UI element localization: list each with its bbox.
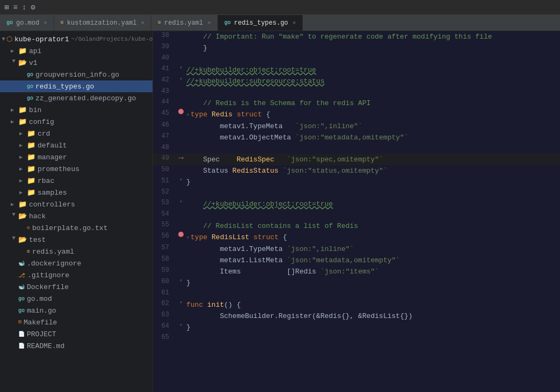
code-line: 64 ▾ } [153,322,560,333]
project-name: kube-oprator1 [14,35,69,43]
fold-icon[interactable]: ▾ [179,299,183,306]
code-editor[interactable]: 38 // Important: Run "make" to regenerat… [153,31,560,392]
sidebar-item-test[interactable]: ▶ 📂 test [0,234,152,246]
line-number: 45 [153,109,176,117]
code-container: 38 // Important: Run "make" to regenerat… [153,31,560,392]
project-root[interactable]: ▶ ⬡ kube-oprator1 ~/GolandProjects/kube-… [0,33,152,45]
sidebar-item-dockerfile[interactable]: 🐋 Dockerfile [0,281,152,293]
sidebar-item-api[interactable]: ▶ 📁 api [0,45,152,57]
line-number: 46 [153,121,176,129]
code-text: metav1.ListMeta `json:"metadata,omitempt… [186,255,560,266]
line-number: 55 [153,220,176,228]
tab-close-redis-types[interactable]: × [293,20,296,26]
sidebar-item-project[interactable]: 📄 PROJECT [0,328,152,340]
sidebar-item-redis-types[interactable]: go redis_types.go [0,80,152,92]
sidebar-item-label: main.go [27,307,56,315]
sidebar-item-config[interactable]: ▶ 📁 config [0,116,152,128]
code-text: } [186,176,560,188]
code-line: 58 metav1.ListMeta `json:"metadata,omite… [153,255,560,266]
chevron-icon: ▶ [11,236,17,243]
toolbar-icon-1[interactable]: ⊞ [4,3,9,12]
dockerfile-icon: 🐋 [18,284,25,290]
toolbar-icon-2[interactable]: ≡ [13,3,17,12]
main-layout: ▶ ⬡ kube-oprator1 ~/GolandProjects/kube-… [0,31,560,392]
line-number: 54 [153,210,176,218]
tab-close-kustomization[interactable]: × [141,20,144,26]
sidebar-item-zz-generated[interactable]: go zz_generated.deepcopy.go [0,92,152,104]
sidebar-item-label: boilerplate.go.txt [32,224,107,232]
sidebar-item-boilerplate[interactable]: ≡ boilerplate.go.txt [0,222,152,234]
sidebar-item-groupversion[interactable]: go groupversion_info.go [0,69,152,80]
sidebar-item-redis-yaml[interactable]: ≡ redis.yaml [0,246,152,257]
sidebar-item-label: README.md [27,342,64,350]
tab-redis-yaml[interactable]: ≡ redis.yaml × [151,15,218,31]
line-number: 64 [153,322,176,330]
chevron-icon: ▶ [19,154,26,160]
sidebar-item-bin[interactable]: ▶ 📁 bin [0,104,152,116]
project-icon: ⬡ [6,35,12,43]
tab-go-mod[interactable]: go go.mod × [0,15,54,31]
code-line: 41 ▾ //+kubebuilder:object:root=true [153,64,560,76]
sidebar-item-crd[interactable]: ▶ 📁 crd [0,128,152,139]
code-text: //+kubebuilder:object:root=true [186,64,560,76]
line-number: 62 [153,299,176,307]
sidebar-item-gitignore[interactable]: ⎇ .gitignore [0,269,152,281]
folder-open-icon: 📂 [18,58,27,67]
code-text [186,143,560,144]
code-text: metav1.ObjectMeta `json:"metadata,omitem… [186,132,560,143]
sidebar-item-prometheus[interactable]: ▶ 📁 prometheus [0,163,152,175]
tab-kustomization-yaml[interactable]: ≡ kustomization.yaml × [54,15,151,31]
sidebar-item-label: default [38,142,67,150]
sidebar-item-makefile[interactable]: M Makefile [0,316,152,328]
sidebar-item-samples[interactable]: ▶ 📁 samples [0,187,152,198]
sidebar-item-main-go[interactable]: go main.go [0,305,152,316]
sidebar-item-default[interactable]: ▶ 📁 default [0,139,152,151]
toolbar-icon-4[interactable]: ⚙ [31,3,35,12]
sidebar-item-controllers[interactable]: ▶ 📁 controllers [0,198,152,210]
fold-icon[interactable]: ▾ [179,76,183,82]
fold-icon[interactable]: ▾ [179,176,183,183]
tab-label: redis_types.go [234,19,288,27]
sidebar-item-go-mod[interactable]: go go.mod [0,293,152,305]
txt-file-icon: ≡ [27,225,30,231]
sidebar-item-label: rbac [38,177,54,185]
fold-icon[interactable]: ▾ [179,277,183,284]
sidebar-item-label: .dockerignore [27,260,81,268]
code-line: 65 [153,333,560,344]
sidebar-item-label: test [29,236,46,244]
sidebar-item-label: api [29,47,41,55]
line-number: 57 [153,243,176,252]
yaml-file-icon-2: ≡ [158,20,161,26]
fold-icon[interactable]: ▾ [179,64,183,71]
sidebar-item-v1[interactable]: ▶ 📂 v1 [0,57,152,69]
fold-icon[interactable]: ▾ [179,322,183,328]
sidebar-item-readme[interactable]: 📄 README.md [0,340,152,352]
code-text [186,289,560,290]
sidebar-item-label: controllers [29,201,75,209]
line-number: 60 [153,277,176,285]
line-marker: ▾ [176,176,186,183]
chevron-icon: ▶ [19,166,26,172]
tab-close-go-mod[interactable]: × [43,20,47,26]
sidebar-item-rbac[interactable]: ▶ 📁 rbac [0,175,152,187]
chevron-icon: ▶ [11,107,17,113]
line-marker [176,109,186,114]
sidebar-item-hack[interactable]: ▶ 📂 hack [0,210,152,222]
folder-icon: 📁 [18,47,27,55]
chevron-icon: ▶ [11,201,17,208]
folder-icon: 📁 [18,117,27,126]
code-line: 61 [153,289,560,299]
code-text [186,333,560,334]
toolbar-icon-3[interactable]: ↕ [22,3,26,12]
sidebar-item-manager[interactable]: ▶ 📁 manager [0,151,152,163]
go-file-icon: go [18,308,25,314]
tabs-bar: go go.mod × ≡ kustomization.yaml × ≡ red… [0,15,560,31]
project-file-icon: 📄 [18,331,25,337]
fold-icon[interactable]: ▾ [179,198,183,205]
chevron-icon: ▶ [19,189,26,196]
tab-redis-types-go[interactable]: go redis_types.go × [218,15,303,31]
tab-close-redis-yaml[interactable]: × [207,20,211,26]
line-number: 38 [153,31,176,39]
go-file-icon: go [27,95,33,101]
sidebar-item-dockerignore[interactable]: 🐋 .dockerignore [0,257,152,269]
